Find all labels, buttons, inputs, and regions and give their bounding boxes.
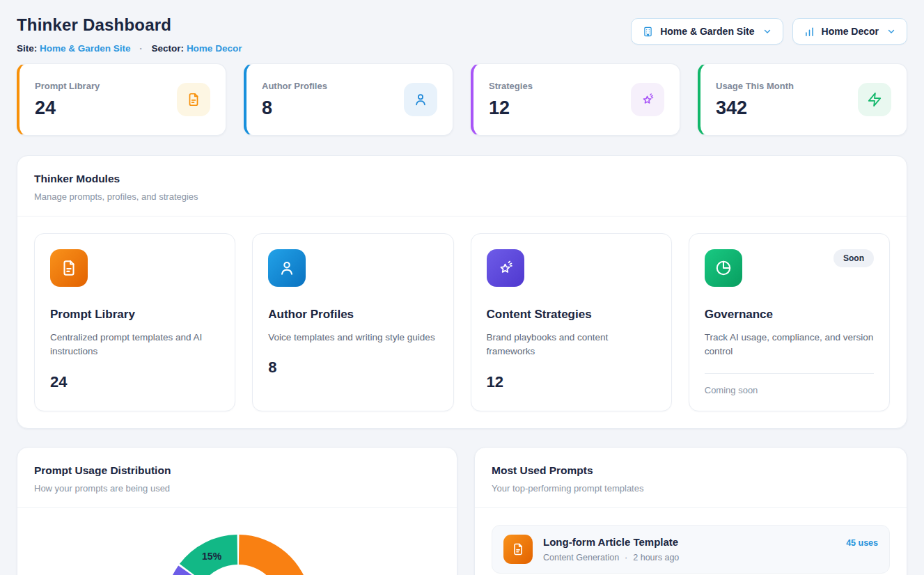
module-count: 12	[487, 373, 656, 391]
stat-value: 342	[716, 97, 794, 119]
most-used-prompts-panel: Most Used Prompts Your top-performing pr…	[474, 447, 907, 575]
module-count: 24	[50, 373, 219, 391]
stat-card-strategies: Strategies 12	[471, 63, 680, 136]
module-title: Content Strategies	[487, 308, 656, 322]
stats-row: Prompt Library 24 Author Profiles 8 Stra…	[17, 63, 907, 136]
stat-card-author-profiles: Author Profiles 8	[244, 63, 453, 136]
prompts-panel-header: Most Used Prompts Your top-performing pr…	[475, 448, 907, 508]
modules-panel: Thinker Modules Manage prompts, profiles…	[17, 155, 907, 429]
bar-chart-icon	[804, 26, 815, 38]
prompt-item-top: Long-form Article Template 45 uses	[543, 536, 878, 548]
module-card-prompt-library[interactable]: Prompt Library Centralized prompt templa…	[34, 233, 235, 411]
bolt-icon	[858, 83, 891, 116]
coming-soon-text: Coming soon	[705, 385, 874, 395]
module-title: Governance	[705, 308, 874, 322]
usage-donut-chart: 15%	[17, 508, 457, 575]
module-card-author-profiles[interactable]: Author Profiles Voice templates and writ…	[252, 233, 453, 411]
prompt-item-title: Long-form Article Template	[543, 536, 678, 548]
document-icon	[177, 83, 210, 116]
donut-slice-label: 15%	[202, 550, 222, 561]
user-icon	[404, 83, 437, 116]
stat-text: Usage This Month 342	[716, 81, 794, 119]
star-icon	[487, 249, 524, 287]
star-icon	[631, 83, 664, 116]
module-description: Voice templates and writing style guides	[268, 331, 437, 345]
slice-orange	[239, 535, 311, 575]
module-card-governance: Soon Governance Track AI usage, complian…	[689, 233, 890, 411]
module-divider	[705, 373, 874, 374]
stat-value: 24	[35, 97, 100, 119]
stat-label: Author Profiles	[262, 81, 327, 91]
page-title: Thinker Dashboard	[17, 15, 242, 35]
dashboard-page: Thinker Dashboard Site: Home & Garden Si…	[0, 0, 924, 575]
stat-text: Author Profiles 8	[262, 81, 327, 119]
usage-panel-header: Prompt Usage Distribution How your promp…	[17, 448, 457, 508]
prompt-list-item[interactable]: Long-form Article Template 45 uses Conte…	[492, 525, 890, 574]
stat-label: Usage This Month	[716, 81, 794, 91]
stat-card-prompt-library: Prompt Library 24	[17, 63, 226, 136]
modules-panel-title: Thinker Modules	[34, 173, 890, 185]
module-title: Prompt Library	[50, 308, 219, 322]
site-link[interactable]: Home & Garden Site	[40, 43, 131, 54]
prompt-item-time: 2 hours ago	[633, 553, 679, 562]
modules-panel-header: Thinker Modules Manage prompts, profiles…	[17, 156, 907, 216]
header-left: Thinker Dashboard Site: Home & Garden Si…	[17, 13, 242, 54]
stat-value: 8	[262, 97, 327, 119]
modules-panel-subtitle: Manage prompts, profiles, and strategies	[34, 191, 890, 202]
stat-value: 12	[489, 97, 533, 119]
topbar: Thinker Dashboard Site: Home & Garden Si…	[17, 13, 907, 54]
sector-selector-dropdown[interactable]: Home Decor	[792, 18, 907, 45]
stat-text: Prompt Library 24	[35, 81, 100, 119]
module-card-content-strategies[interactable]: Content Strategies Brand playbooks and c…	[471, 233, 672, 411]
module-count: 8	[268, 359, 437, 377]
document-icon	[503, 535, 533, 564]
breadcrumb: Site: Home & Garden Site · Sector: Home …	[17, 43, 242, 54]
prompts-panel-title: Most Used Prompts	[492, 464, 890, 477]
prompt-item-meta: Content Generation · 2 hours ago	[543, 553, 878, 562]
chevron-down-icon	[886, 26, 896, 36]
site-selector-dropdown[interactable]: Home & Garden Site	[631, 18, 783, 45]
module-description: Track AI usage, compliance, and version …	[705, 331, 874, 359]
prompts-panel-subtitle: Your top-performing prompt templates	[492, 483, 890, 494]
usage-panel-subtitle: How your prompts are being used	[34, 483, 440, 494]
chevron-down-icon	[762, 26, 772, 36]
stat-label: Prompt Library	[35, 81, 100, 91]
modules-grid: Prompt Library Centralized prompt templa…	[17, 216, 907, 428]
soon-badge: Soon	[833, 249, 874, 267]
module-description: Centralized prompt templates and AI inst…	[50, 331, 219, 359]
chart-area: 15%	[17, 508, 457, 575]
usage-distribution-panel: Prompt Usage Distribution How your promp…	[17, 447, 457, 575]
site-label: Site:	[17, 43, 37, 54]
building-icon	[642, 26, 654, 38]
stat-label: Strategies	[489, 81, 533, 91]
sector-selector-label: Home Decor	[822, 26, 879, 37]
sector-label: Sector:	[152, 43, 185, 54]
module-description: Brand playbooks and content frameworks	[487, 331, 656, 359]
usage-panel-title: Prompt Usage Distribution	[34, 464, 440, 477]
document-icon	[50, 249, 88, 287]
prompt-item-category: Content Generation	[543, 553, 619, 562]
sector-link[interactable]: Home Decor	[187, 43, 242, 54]
bottom-row: Prompt Usage Distribution How your promp…	[17, 447, 907, 575]
module-title: Author Profiles	[268, 308, 437, 322]
prompt-item-body: Long-form Article Template 45 uses Conte…	[543, 536, 878, 562]
prompt-item-uses: 45 uses	[846, 538, 878, 548]
separator-dot: ·	[139, 43, 143, 54]
separator-dot: ·	[625, 553, 627, 562]
pie-chart-icon	[705, 249, 742, 287]
stat-card-usage: Usage This Month 342	[698, 63, 907, 136]
site-selector-label: Home & Garden Site	[660, 26, 754, 37]
user-icon	[268, 249, 306, 287]
stat-text: Strategies 12	[489, 81, 533, 119]
header-selectors: Home & Garden Site Home Decor	[631, 18, 907, 45]
